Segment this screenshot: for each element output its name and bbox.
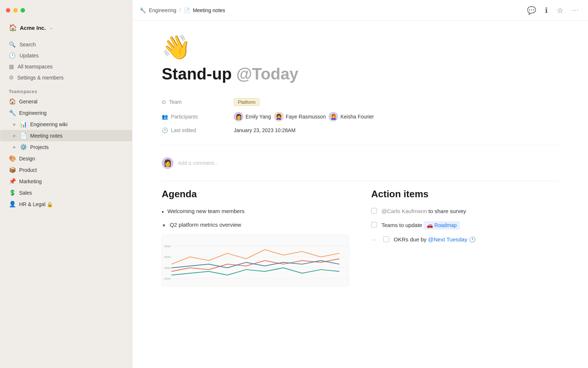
sidebar-item-engineering-wiki[interactable]: ▶ 📊 Engineering wiki xyxy=(0,118,132,130)
more-button[interactable]: ··· xyxy=(571,6,581,15)
participant-keisha[interactable]: 👩‍🦰 Keisha Fourier xyxy=(329,112,374,121)
chart-container: 800 600 400 200 xyxy=(162,235,349,286)
sidebar-item-label: Engineering wiki xyxy=(30,121,128,127)
sidebar-item-design[interactable]: 🎨 Design xyxy=(0,153,132,164)
breadcrumb-separator: / xyxy=(179,7,181,13)
action-item-2: Teams to update 🚗 Roadmap xyxy=(371,221,559,230)
sidebar-item-label: Settings & members xyxy=(17,75,64,81)
participant-faye[interactable]: 👩‍🦱 Faye Rasmusson xyxy=(274,112,326,121)
sidebar-item-updates[interactable]: 🕐 Updates xyxy=(4,50,128,61)
avatar-emily: 👩 xyxy=(234,112,243,121)
sidebar-item-label: Meeting notes xyxy=(30,133,128,139)
star-button[interactable]: ☆ xyxy=(555,4,565,16)
wiki-icon: 📊 xyxy=(20,121,27,128)
sidebar-item-sales[interactable]: 💲 Sales xyxy=(0,187,132,198)
sidebar-item-label: All teamspaces xyxy=(18,64,53,70)
updates-icon: 🕐 xyxy=(9,52,16,59)
participant-emily[interactable]: 👩 Emily Yang xyxy=(234,112,271,121)
expand-dots[interactable]: ··· xyxy=(371,236,376,244)
last-edited-prop-icon: 🕐 xyxy=(162,127,168,133)
info-button[interactable]: ℹ xyxy=(544,4,549,16)
window-chrome xyxy=(0,0,132,21)
product-icon: 📦 xyxy=(9,166,16,173)
comment-avatar: 👩 xyxy=(162,157,173,169)
property-last-edited: 🕐 Last edited January 23, 2023 10:28AM xyxy=(162,124,559,136)
breadcrumb-current-label: Meeting notes xyxy=(193,7,225,13)
settings-icon: ⚙ xyxy=(9,74,14,81)
traffic-light-green[interactable] xyxy=(21,8,25,13)
action-items-title: Action items xyxy=(371,188,559,200)
sidebar-item-settings[interactable]: ⚙ Settings & members xyxy=(4,72,128,83)
property-last-edited-label: 🕐 Last edited xyxy=(162,127,228,133)
chevron-right-icon: ▶ xyxy=(13,134,16,138)
sidebar-item-general[interactable]: 🏠 General xyxy=(0,96,132,107)
sidebar-item-engineering[interactable]: 🔧 Engineering xyxy=(0,107,132,118)
next-tuesday-link[interactable]: @Next Tuesday xyxy=(428,236,469,243)
bullet-icon: • xyxy=(162,208,164,216)
properties-section: ⊙ Team Platform 👥 Participants 👩 Emily Y… xyxy=(162,95,559,136)
sidebar-item-meeting-notes[interactable]: ▶ 📄 Meeting notes xyxy=(0,130,132,141)
sidebar-item-marketing[interactable]: 📌 Marketing xyxy=(0,176,132,187)
chevron-right-icon: ▶ xyxy=(13,145,16,149)
teamspaces-section-label: Teamspaces xyxy=(0,85,132,96)
workspace-chevron-icon: ⌄ xyxy=(50,26,53,30)
sidebar-item-label: Product xyxy=(19,167,128,173)
svg-text:200: 200 xyxy=(164,277,171,280)
workspace-name[interactable]: 🏠 Acme Inc. ⌄ xyxy=(4,21,128,35)
page-emoji[interactable]: 👋 xyxy=(162,35,559,59)
checkbox-2[interactable] xyxy=(371,222,377,228)
sidebar-item-label: Marketing xyxy=(19,178,128,184)
content-columns: Agenda • Welcoming new team members ▼ Q2… xyxy=(162,188,559,287)
roadmap-icon: 🚗 xyxy=(427,222,433,229)
breadcrumb-current-icon: 📄 xyxy=(184,7,190,13)
projects-icon: ⚙️ xyxy=(20,144,27,151)
search-icon: 🔍 xyxy=(9,41,16,48)
property-participants-value: 👩 Emily Yang 👩‍🦱 Faye Rasmusson 👩‍🦰 Keis… xyxy=(234,112,374,121)
property-team: ⊙ Team Platform xyxy=(162,95,559,109)
sidebar-item-search[interactable]: 🔍 Search xyxy=(4,39,128,50)
avatar-faye: 👩‍🦱 xyxy=(274,112,284,121)
breadcrumb-parent-label[interactable]: Engineering xyxy=(149,7,176,13)
sidebar-item-label: Sales xyxy=(19,190,128,196)
sales-icon: 💲 xyxy=(9,189,16,196)
sidebar-item-label: Design xyxy=(19,156,128,162)
traffic-light-red[interactable] xyxy=(6,8,10,13)
hr-icon: 👤 xyxy=(9,201,16,208)
meeting-notes-icon: 📄 xyxy=(20,132,27,139)
topbar: 🔧 Engineering / 📄 Meeting notes 💬 ℹ ☆ ··… xyxy=(132,0,588,21)
sidebar-item-product[interactable]: 📦 Product xyxy=(0,164,132,176)
sidebar-item-all-teamspaces[interactable]: ▦ All teamspaces xyxy=(4,61,128,72)
agenda-column: Agenda • Welcoming new team members ▼ Q2… xyxy=(162,188,349,287)
roadmap-badge[interactable]: 🚗 Roadmap xyxy=(424,221,460,230)
clock-icon: 🕐 xyxy=(469,236,476,243)
breadcrumb-parent-icon: 🔧 xyxy=(140,7,146,13)
divider-comment xyxy=(162,181,559,181)
design-icon: 🎨 xyxy=(9,155,16,162)
divider-properties xyxy=(162,145,559,145)
chart-svg: 800 600 400 200 xyxy=(162,235,349,286)
page-title: Stand-up @Today xyxy=(162,65,559,84)
workspace-label: Acme Inc. xyxy=(20,25,46,31)
page-title-ref[interactable]: @Today xyxy=(236,65,298,83)
comment-input[interactable]: Add a comment... xyxy=(178,160,218,166)
traffic-light-yellow[interactable] xyxy=(13,8,18,13)
comment-button[interactable]: 💬 xyxy=(526,4,538,16)
agenda-item-1: • Welcoming new team members xyxy=(162,207,349,216)
comment-area: 👩 Add a comment... xyxy=(162,153,559,173)
checkbox-1[interactable] xyxy=(371,208,377,214)
property-last-edited-value: January 23, 2023 10:28AM xyxy=(234,127,295,133)
participants-prop-icon: 👥 xyxy=(162,114,168,120)
sidebar-item-projects[interactable]: ▶ ⚙️ Projects xyxy=(0,141,132,153)
action-items-column: Action items @Carlo Kaufmann to share su… xyxy=(371,188,559,287)
action-item-1: @Carlo Kaufmann to share survey xyxy=(371,207,559,216)
mention-carlo[interactable]: @Carlo Kaufmann xyxy=(381,208,427,214)
agenda-item-2: ▼ Q2 platform metrics overview xyxy=(162,221,349,229)
sidebar-item-label: Projects xyxy=(30,144,128,150)
action-item-3: ··· OKRs due by @Next Tuesday 🕐 xyxy=(371,236,559,244)
sidebar-item-label: Search xyxy=(19,42,36,47)
sidebar-item-hr-legal[interactable]: 👤 HR & Legal 🔒 xyxy=(0,198,132,210)
svg-text:800: 800 xyxy=(164,245,171,248)
team-tag[interactable]: Platform xyxy=(234,98,259,106)
checkbox-3[interactable] xyxy=(383,236,389,242)
property-team-value[interactable]: Platform xyxy=(234,98,259,106)
